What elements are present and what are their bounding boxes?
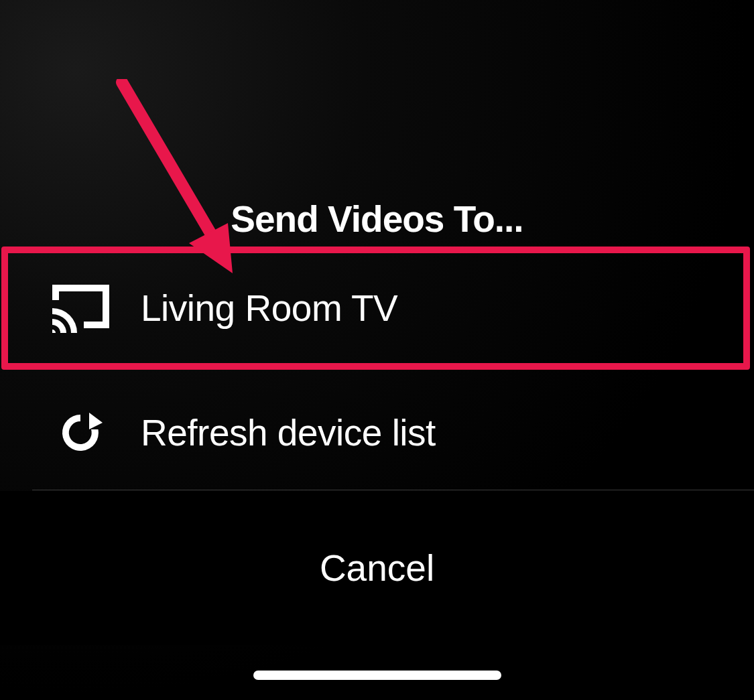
refresh-icon <box>47 409 114 456</box>
refresh-label: Refresh device list <box>141 411 436 454</box>
device-row-living-room-tv[interactable]: Living Room TV <box>0 248 754 368</box>
cancel-button[interactable]: Cancel <box>0 491 754 645</box>
device-label: Living Room TV <box>141 287 397 330</box>
divider <box>32 490 754 490</box>
cast-icon <box>47 281 114 335</box>
dialog-title: Send Videos To... <box>0 198 754 240</box>
refresh-device-list-row[interactable]: Refresh device list <box>0 372 754 493</box>
cancel-label: Cancel <box>320 547 434 589</box>
home-indicator[interactable] <box>253 671 501 680</box>
